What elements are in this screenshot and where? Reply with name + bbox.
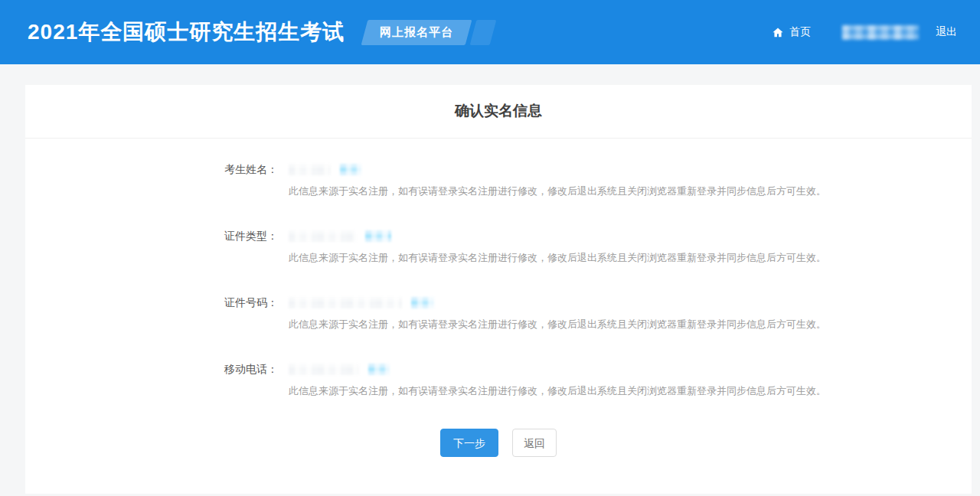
id-number-label: 证件号码： bbox=[25, 295, 278, 331]
form-row-id-number: 证件号码： 此信息来源于实名注册，如有误请登录实名注册进行修改，修改后退出系统且… bbox=[25, 295, 972, 331]
id-number-value-redacted bbox=[289, 297, 402, 308]
next-step-button[interactable]: 下一步 bbox=[440, 429, 498, 457]
id-type-value-redacted bbox=[289, 230, 356, 242]
name-label: 考生姓名： bbox=[25, 162, 278, 197]
platform-badge-label: 网上报名平台 bbox=[380, 25, 453, 40]
platform-badge: 网上报名平台 bbox=[361, 20, 472, 45]
header-nav: 首页 退出 bbox=[772, 25, 957, 40]
name-modify-link-redacted[interactable] bbox=[340, 164, 361, 175]
page-title: 确认实名信息 bbox=[25, 85, 972, 139]
mobile-modify-link-redacted[interactable] bbox=[368, 364, 390, 375]
back-button[interactable]: 返回 bbox=[512, 429, 557, 457]
name-value-redacted bbox=[289, 164, 331, 175]
nav-home-label: 首页 bbox=[789, 25, 811, 39]
home-icon bbox=[772, 27, 784, 38]
app-header: 2021年全国硕士研究生招生考试 网上报名平台 首页 退出 bbox=[0, 0, 980, 64]
id-number-note: 此信息来源于实名注册，如有误请登录实名注册进行修改，修改后退出系统且关闭浏览器重… bbox=[289, 318, 972, 331]
mobile-label: 移动电话： bbox=[25, 362, 278, 397]
form-row-id-type: 证件类型： 此信息来源于实名注册，如有误请登录实名注册进行修改，修改后退出系统且… bbox=[25, 229, 972, 264]
id-type-label: 证件类型： bbox=[25, 229, 278, 264]
id-number-modify-link-redacted[interactable] bbox=[411, 297, 434, 308]
nav-home-link[interactable]: 首页 bbox=[772, 25, 811, 39]
username-redacted bbox=[842, 25, 919, 40]
realname-info-form: 考生姓名： 此信息来源于实名注册，如有误请登录实名注册进行修改，修改后退出系统且… bbox=[25, 139, 972, 397]
confirm-card: 确认实名信息 考生姓名： 此信息来源于实名注册，如有误请登录实名注册进行修改，修… bbox=[25, 85, 972, 494]
id-type-modify-link-redacted[interactable] bbox=[365, 230, 391, 242]
name-note: 此信息来源于实名注册，如有误请登录实名注册进行修改，修改后退出系统且关闭浏览器重… bbox=[289, 184, 972, 197]
app-title: 2021年全国硕士研究生招生考试 bbox=[28, 18, 345, 47]
mobile-value-redacted bbox=[289, 364, 359, 375]
nav-logout-link[interactable]: 退出 bbox=[936, 25, 957, 39]
form-row-name: 考生姓名： 此信息来源于实名注册，如有误请登录实名注册进行修改，修改后退出系统且… bbox=[25, 162, 972, 197]
page: { "header": { "title": "2021年全国硕士研究生招生考试… bbox=[0, 0, 980, 496]
id-type-note: 此信息来源于实名注册，如有误请登录实名注册进行修改，修改后退出系统且关闭浏览器重… bbox=[289, 251, 972, 264]
main-area: 确认实名信息 考生姓名： 此信息来源于实名注册，如有误请登录实名注册进行修改，修… bbox=[0, 64, 980, 494]
form-actions: 下一步 返回 bbox=[25, 429, 972, 457]
form-row-mobile: 移动电话： 此信息来源于实名注册，如有误请登录实名注册进行修改，修改后退出系统且… bbox=[25, 362, 972, 397]
mobile-note: 此信息来源于实名注册，如有误请登录实名注册进行修改，修改后退出系统且关闭浏览器重… bbox=[289, 384, 972, 397]
